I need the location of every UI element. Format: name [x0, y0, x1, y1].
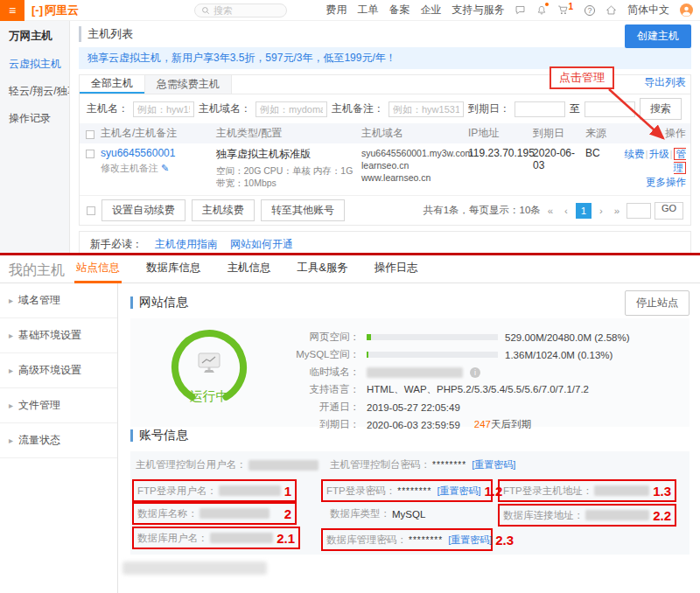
host-table-panel: 全部主机 急需续费主机 主机名： 主机域名： 主机备注： 到期日： 至 搜索 主… — [79, 74, 691, 226]
caret-icon: ▸ — [9, 436, 13, 445]
header-hostname: 主机名/主机备注 — [101, 126, 216, 141]
upgrade-link[interactable]: 升级 — [649, 149, 669, 159]
host-ip: 119.23.70.195 — [468, 147, 533, 159]
console-title: 我的主机 — [9, 262, 65, 280]
menu-enterprise[interactable]: 企业 — [420, 3, 441, 17]
filter-expire-start-input[interactable] — [514, 101, 565, 117]
reset-ftp-password-link[interactable]: [重置密码] — [437, 485, 480, 498]
manage-link[interactable]: 管理 — [674, 148, 687, 174]
search-input[interactable] — [214, 5, 276, 16]
stop-site-button[interactable]: 停止站点 — [625, 290, 690, 316]
reset-db-password-link[interactable]: [重置密码] — [448, 534, 492, 547]
message-icon[interactable] — [514, 4, 526, 16]
annotation-number-2-1: 2.1 — [273, 531, 295, 546]
host-main: 主机列表 创建主机 独享云虚拟主机，新用户享3年3.5折，597元/3年，低至1… — [70, 21, 700, 253]
reset-console-password-link[interactable]: [重置密码] — [472, 458, 515, 471]
db-type-cell: 数据库类型：MySQL — [330, 507, 425, 520]
table-row: syu6645560001 修改主机备注✎ 独享虚拟主机标准版 空间：20G C… — [80, 143, 690, 196]
select-all-checkbox[interactable] — [86, 130, 94, 139]
annotation-number-2: 2 — [281, 506, 291, 521]
sidebar-item-traffic-status[interactable]: ▸流量状态 — [0, 423, 117, 458]
tab-operation-log[interactable]: 操作日志 — [373, 255, 420, 283]
console-body: ▸域名管理 ▸基础环境设置 ▸高级环境设置 ▸文件管理 ▸流量状态 网站信息 停… — [0, 283, 700, 593]
tab-database-info[interactable]: 数据库信息 — [144, 255, 203, 283]
tab-tools-services[interactable]: 工具&服务 — [296, 255, 350, 283]
console-tabs: 站点信息 数据库信息 主机信息 工具&服务 操作日志 — [74, 255, 420, 283]
mysql-space-value: 1.36M/1024.0M (0.13%) — [505, 350, 612, 360]
sidebar-item-operation-log[interactable]: 操作记录 — [0, 105, 69, 132]
renew-link[interactable]: 续费 — [625, 149, 645, 159]
bell-icon[interactable] — [536, 4, 547, 16]
guide-manual-link[interactable]: 主机使用指南 — [155, 237, 218, 252]
tab-host-info[interactable]: 主机信息 — [226, 255, 273, 283]
home-icon[interactable] — [606, 4, 617, 16]
filter-domain-label: 主机域名： — [199, 101, 251, 116]
avatar[interactable] — [680, 3, 693, 17]
sidebar-item-file-mgmt[interactable]: ▸文件管理 — [0, 388, 117, 423]
db-type-value: MySQL — [392, 509, 425, 520]
title-bar-accent — [130, 429, 133, 442]
host-domain-1: syu6645560001.my3w.com — [361, 147, 468, 159]
filter-domain-input[interactable] — [256, 101, 327, 117]
tab-all-hosts[interactable]: 全部主机 — [80, 75, 144, 94]
page-go-button[interactable]: GO — [654, 202, 683, 220]
section-divider — [0, 253, 700, 255]
menu-billing[interactable]: 费用 — [326, 3, 346, 17]
tab-site-info[interactable]: 站点信息 — [74, 255, 122, 283]
sidebar-item-advanced-env[interactable]: ▸高级环境设置 — [0, 353, 117, 388]
guide-open-site-link[interactable]: 网站如何开通 — [230, 237, 293, 252]
filter-note-input[interactable] — [388, 101, 464, 117]
caret-icon: ▸ — [9, 331, 13, 340]
menu-support[interactable]: 支持与服务 — [452, 3, 504, 17]
monitor-chart-icon — [196, 352, 222, 377]
language-switcher[interactable]: 简体中文 — [627, 3, 669, 17]
pencil-icon[interactable]: ✎ — [161, 163, 169, 174]
transfer-button[interactable]: 转至其他账号 — [261, 199, 345, 221]
page-jump-input[interactable] — [626, 203, 651, 219]
host-name-link[interactable]: syu6645560001 — [101, 147, 175, 159]
global-search[interactable] — [194, 3, 287, 17]
filter-hostname-input[interactable] — [133, 101, 194, 117]
filter-expire-end-input[interactable] — [584, 101, 635, 117]
page-prev-button[interactable]: ‹ — [560, 203, 572, 219]
host-config: 空间：20G CPU：单核 内存：1G 带宽：10Mbps — [216, 165, 361, 190]
hamburger-icon: ≡ — [9, 3, 16, 17]
page-current[interactable]: 1 — [576, 203, 592, 219]
sidebar-item-basic-env[interactable]: ▸基础环境设置 — [0, 318, 117, 353]
site-info-title-row: 网站信息 — [130, 294, 690, 311]
page-next-button[interactable]: › — [595, 203, 607, 219]
auto-renew-button[interactable]: 设置自动续费 — [102, 199, 186, 221]
open-date-value: 2019-05-27 22:05:49 — [367, 402, 460, 413]
batch-action-bar: 设置自动续费 主机续费 转至其他账号 共有1条，每页显示：10条 « ‹ 1 ›… — [80, 196, 690, 225]
renew-button[interactable]: 主机续费 — [192, 199, 255, 221]
page-first-button[interactable]: « — [544, 203, 556, 219]
more-actions-link[interactable]: 更多操作 — [646, 177, 686, 187]
host-source: BC — [585, 147, 613, 159]
row-checkbox[interactable] — [86, 150, 94, 158]
page-last-button[interactable]: » — [611, 203, 623, 219]
cart-icon[interactable]: 1 — [557, 4, 574, 16]
export-list-link[interactable]: 导出列表 — [644, 75, 686, 90]
menu-tickets[interactable]: 工单 — [357, 3, 378, 17]
create-host-button[interactable]: 创建主机 — [625, 24, 691, 48]
sidebar-item-cloud-virtual-host[interactable]: 云虚拟主机 — [0, 51, 69, 78]
menu-icp[interactable]: 备案 — [388, 3, 410, 17]
tab-renewal-hosts[interactable]: 急需续费主机 — [144, 75, 232, 94]
search-button[interactable]: 搜索 — [640, 98, 682, 120]
info-icon[interactable]: i — [470, 367, 480, 378]
sidebar-item-qingyun[interactable]: 轻云/翔云/独享主.. — [0, 78, 69, 105]
batch-checkbox[interactable] — [87, 206, 95, 215]
top-nav-bar: ≡ [-] 阿里云 费用 工单 备案 企业 支持与服务 1 ? 简体中文 — [0, 0, 700, 21]
web-space-value: 529.00M/20480.0M (2.58%) — [505, 332, 630, 343]
aliyun-logo[interactable]: [-] 阿里云 — [32, 3, 79, 18]
days-remaining-suffix: 天后到期 — [491, 419, 531, 429]
table-header: 主机名/主机备注 主机类型/配置 主机域名 IP地址 到期日 来源 操作 — [80, 123, 690, 143]
ftp-username-cell: FTP登录用户名：1 — [132, 479, 297, 502]
help-icon[interactable]: ? — [584, 5, 595, 16]
hamburger-menu-button[interactable]: ≡ — [0, 0, 24, 21]
annotation-number-1: 1 — [281, 484, 291, 499]
ftp-host-redacted — [594, 485, 649, 496]
console-header: 我的主机 站点信息 数据库信息 主机信息 工具&服务 操作日志 — [0, 255, 700, 283]
site-info-title: 网站信息 — [139, 295, 188, 310]
sidebar-item-domain-mgmt[interactable]: ▸域名管理 — [0, 283, 117, 318]
